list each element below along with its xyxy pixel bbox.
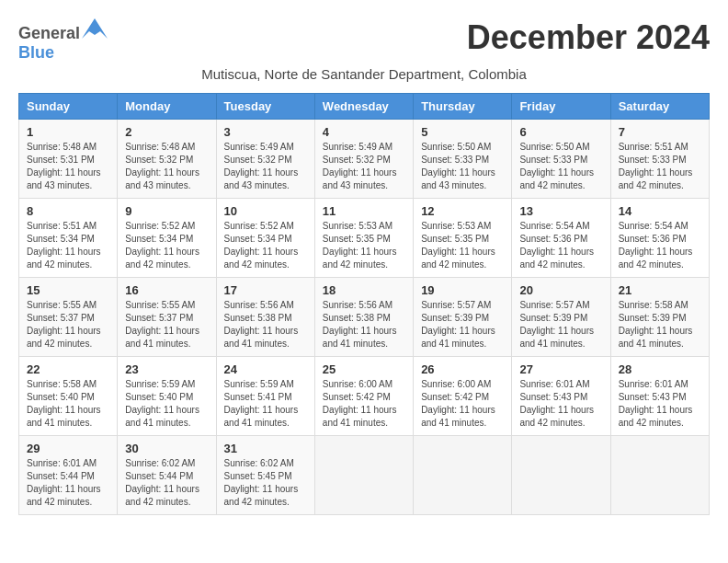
calendar-week-5: 29Sunrise: 6:01 AM Sunset: 5:44 PM Dayli…: [19, 436, 710, 515]
calendar-cell: 16Sunrise: 5:55 AM Sunset: 5:37 PM Dayli…: [118, 278, 216, 357]
calendar-cell: 21Sunrise: 5:58 AM Sunset: 5:39 PM Dayli…: [610, 278, 709, 357]
day-info: Sunrise: 6:02 AM Sunset: 5:45 PM Dayligh…: [224, 457, 307, 509]
logo-blue: Blue: [18, 43, 54, 62]
calendar-cell: 3Sunrise: 5:49 AM Sunset: 5:32 PM Daylig…: [216, 120, 314, 199]
day-info: Sunrise: 5:48 AM Sunset: 5:31 PM Dayligh…: [27, 141, 109, 192]
calendar-cell: 1Sunrise: 5:48 AM Sunset: 5:31 PM Daylig…: [19, 120, 118, 199]
month-title: December 2024: [467, 18, 710, 57]
calendar-cell: 24Sunrise: 5:59 AM Sunset: 5:41 PM Dayli…: [216, 357, 314, 436]
day-info: Sunrise: 5:58 AM Sunset: 5:40 PM Dayligh…: [27, 378, 109, 430]
logo-bird-icon: [82, 18, 108, 39]
day-info: Sunrise: 5:49 AM Sunset: 5:32 PM Dayligh…: [224, 141, 307, 192]
header: General Blue December 2024: [18, 18, 710, 63]
calendar-cell: [314, 436, 413, 515]
day-number: 21: [619, 283, 701, 297]
day-number: 18: [323, 283, 405, 297]
calendar-cell: 11Sunrise: 5:53 AM Sunset: 5:35 PM Dayli…: [314, 199, 413, 278]
day-info: Sunrise: 5:49 AM Sunset: 5:32 PM Dayligh…: [323, 141, 405, 192]
calendar-cell: 9Sunrise: 5:52 AM Sunset: 5:34 PM Daylig…: [118, 199, 216, 278]
calendar-week-2: 8Sunrise: 5:51 AM Sunset: 5:34 PM Daylig…: [19, 199, 710, 278]
day-number: 4: [323, 125, 405, 139]
day-number: 16: [125, 283, 208, 297]
calendar-cell: 15Sunrise: 5:55 AM Sunset: 5:37 PM Dayli…: [19, 278, 118, 357]
day-info: Sunrise: 6:00 AM Sunset: 5:42 PM Dayligh…: [421, 378, 504, 430]
calendar-cell: 14Sunrise: 5:54 AM Sunset: 5:36 PM Dayli…: [610, 199, 709, 278]
day-number: 31: [224, 442, 307, 455]
day-info: Sunrise: 6:02 AM Sunset: 5:44 PM Dayligh…: [125, 457, 208, 509]
calendar-cell: 19Sunrise: 5:57 AM Sunset: 5:39 PM Dayli…: [414, 278, 512, 357]
day-info: Sunrise: 5:48 AM Sunset: 5:32 PM Dayligh…: [125, 141, 208, 192]
svg-marker-0: [82, 18, 108, 39]
day-info: Sunrise: 5:58 AM Sunset: 5:39 PM Dayligh…: [619, 299, 701, 350]
day-number: 22: [27, 362, 109, 376]
calendar-header-saturday: Saturday: [610, 94, 709, 120]
calendar-header-tuesday: Tuesday: [216, 94, 314, 120]
calendar-cell: 23Sunrise: 5:59 AM Sunset: 5:40 PM Dayli…: [118, 357, 216, 436]
day-number: 8: [27, 204, 109, 218]
calendar-cell: 2Sunrise: 5:48 AM Sunset: 5:32 PM Daylig…: [118, 120, 216, 199]
day-info: Sunrise: 5:51 AM Sunset: 5:34 PM Dayligh…: [27, 220, 109, 271]
day-info: Sunrise: 5:50 AM Sunset: 5:33 PM Dayligh…: [519, 141, 602, 192]
calendar-cell: 22Sunrise: 5:58 AM Sunset: 5:40 PM Dayli…: [19, 357, 118, 436]
calendar-header-row: SundayMondayTuesdayWednesdayThursdayFrid…: [19, 94, 710, 120]
calendar-header-wednesday: Wednesday: [314, 94, 413, 120]
day-number: 29: [27, 442, 109, 455]
day-info: Sunrise: 5:52 AM Sunset: 5:34 PM Dayligh…: [224, 220, 307, 271]
day-number: 26: [421, 362, 504, 376]
day-number: 2: [125, 125, 208, 139]
calendar-cell: 5Sunrise: 5:50 AM Sunset: 5:33 PM Daylig…: [414, 120, 512, 199]
day-number: 20: [519, 283, 602, 297]
day-number: 13: [519, 204, 602, 218]
day-info: Sunrise: 5:56 AM Sunset: 5:38 PM Dayligh…: [224, 299, 307, 350]
logo-text: General Blue: [18, 18, 108, 63]
logo: General Blue: [18, 18, 108, 63]
day-number: 6: [519, 125, 602, 139]
day-info: Sunrise: 5:57 AM Sunset: 5:39 PM Dayligh…: [421, 299, 504, 350]
day-info: Sunrise: 6:01 AM Sunset: 5:43 PM Dayligh…: [619, 378, 701, 430]
calendar-header-monday: Monday: [118, 94, 216, 120]
day-number: 3: [224, 125, 307, 139]
calendar-cell: 4Sunrise: 5:49 AM Sunset: 5:32 PM Daylig…: [314, 120, 413, 199]
calendar-header-thursday: Thursday: [414, 94, 512, 120]
day-info: Sunrise: 5:57 AM Sunset: 5:39 PM Dayligh…: [519, 299, 602, 350]
calendar-cell: 7Sunrise: 5:51 AM Sunset: 5:33 PM Daylig…: [610, 120, 709, 199]
day-info: Sunrise: 5:52 AM Sunset: 5:34 PM Dayligh…: [125, 220, 208, 271]
calendar-cell: [414, 436, 512, 515]
calendar-cell: 25Sunrise: 6:00 AM Sunset: 5:42 PM Dayli…: [314, 357, 413, 436]
subtitle: Mutiscua, Norte de Santander Department,…: [18, 66, 710, 82]
day-number: 1: [27, 125, 109, 139]
day-info: Sunrise: 5:59 AM Sunset: 5:40 PM Dayligh…: [125, 378, 208, 430]
day-number: 24: [224, 362, 307, 376]
day-info: Sunrise: 5:53 AM Sunset: 5:35 PM Dayligh…: [323, 220, 405, 271]
day-number: 23: [125, 362, 208, 376]
calendar-week-3: 15Sunrise: 5:55 AM Sunset: 5:37 PM Dayli…: [19, 278, 710, 357]
day-info: Sunrise: 6:00 AM Sunset: 5:42 PM Dayligh…: [323, 378, 405, 430]
day-number: 15: [27, 283, 109, 297]
day-number: 28: [619, 362, 701, 376]
calendar-week-4: 22Sunrise: 5:58 AM Sunset: 5:40 PM Dayli…: [19, 357, 710, 436]
day-number: 11: [323, 204, 405, 218]
day-info: Sunrise: 6:01 AM Sunset: 5:44 PM Dayligh…: [27, 457, 109, 509]
day-info: Sunrise: 5:55 AM Sunset: 5:37 PM Dayligh…: [125, 299, 208, 350]
calendar-table: SundayMondayTuesdayWednesdayThursdayFrid…: [18, 93, 710, 515]
calendar-cell: 10Sunrise: 5:52 AM Sunset: 5:34 PM Dayli…: [216, 199, 314, 278]
calendar-cell: 30Sunrise: 6:02 AM Sunset: 5:44 PM Dayli…: [118, 436, 216, 515]
day-info: Sunrise: 5:51 AM Sunset: 5:33 PM Dayligh…: [619, 141, 701, 192]
day-info: Sunrise: 5:55 AM Sunset: 5:37 PM Dayligh…: [27, 299, 109, 350]
day-info: Sunrise: 6:01 AM Sunset: 5:43 PM Dayligh…: [519, 378, 602, 430]
day-number: 5: [421, 125, 504, 139]
logo-general: General: [18, 24, 80, 42]
calendar-header-sunday: Sunday: [19, 94, 118, 120]
calendar-cell: 17Sunrise: 5:56 AM Sunset: 5:38 PM Dayli…: [216, 278, 314, 357]
day-number: 9: [125, 204, 208, 218]
calendar-cell: 28Sunrise: 6:01 AM Sunset: 5:43 PM Dayli…: [610, 357, 709, 436]
day-number: 10: [224, 204, 307, 218]
day-info: Sunrise: 5:50 AM Sunset: 5:33 PM Dayligh…: [421, 141, 504, 192]
day-number: 30: [125, 442, 208, 455]
calendar-cell: 26Sunrise: 6:00 AM Sunset: 5:42 PM Dayli…: [414, 357, 512, 436]
page-container: General Blue December 2024 Mutiscua, Nor…: [18, 18, 710, 515]
day-number: 25: [323, 362, 405, 376]
day-number: 27: [519, 362, 602, 376]
calendar-cell: 18Sunrise: 5:56 AM Sunset: 5:38 PM Dayli…: [314, 278, 413, 357]
calendar-week-1: 1Sunrise: 5:48 AM Sunset: 5:31 PM Daylig…: [19, 120, 710, 199]
